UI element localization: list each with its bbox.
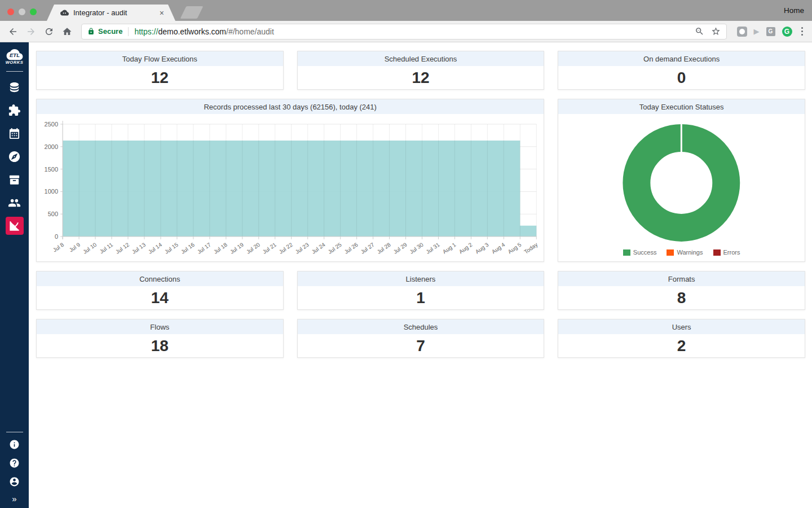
card-title: Scheduled Executions xyxy=(298,51,544,66)
extension-play-icon[interactable]: ▶ xyxy=(754,27,760,36)
svg-text:Jul 10: Jul 10 xyxy=(82,241,98,255)
sidebar-item-connections[interactable] xyxy=(6,78,24,96)
stat-card-listeners: Listeners 1 xyxy=(297,271,545,310)
zoom-window-button[interactable] xyxy=(30,8,37,15)
stat-value: 12 xyxy=(298,66,544,90)
etlworks-logo: ETL xyxy=(4,47,25,61)
svg-text:Jul 29: Jul 29 xyxy=(392,241,408,255)
tab-favicon-cloud-icon xyxy=(60,8,69,17)
address-bar[interactable]: Secure https://demo.etlworks.com/#/home/… xyxy=(81,24,727,40)
sidebar-bottom-divider xyxy=(6,432,23,432)
svg-text:ETL: ETL xyxy=(9,52,19,58)
svg-text:Jul 20: Jul 20 xyxy=(245,241,262,255)
donut-legend: Success Warnings Errors xyxy=(558,249,805,256)
browser-menu-icon[interactable] xyxy=(799,27,806,36)
execution-statuses-card: Today Execution Statuses Success Warning… xyxy=(558,99,805,262)
sidebar-item-account[interactable] xyxy=(7,474,23,489)
svg-text:Jul 26: Jul 26 xyxy=(343,241,360,255)
svg-text:0: 0 xyxy=(55,233,58,240)
browser-tab[interactable]: Integrator - audit × xyxy=(47,5,175,21)
svg-text:Jul 24: Jul 24 xyxy=(311,241,327,255)
legend-item-success: Success xyxy=(623,249,657,256)
sidebar-expand-icon[interactable]: » xyxy=(12,494,16,503)
svg-text:Jul 23: Jul 23 xyxy=(294,241,311,255)
tab-close-icon[interactable]: × xyxy=(160,9,164,17)
svg-text:Jul 9: Jul 9 xyxy=(68,241,82,253)
help-icon xyxy=(9,458,20,468)
stat-card-on-demand-executions: On demand Executions 0 xyxy=(558,51,805,90)
omnibox-separator xyxy=(128,27,129,36)
archive-box-icon xyxy=(8,173,21,186)
card-title: Users xyxy=(558,319,805,334)
tab-title: Integrator - audit xyxy=(73,8,155,17)
chart-title: Today Execution Statuses xyxy=(558,99,805,114)
forward-button[interactable] xyxy=(24,24,38,39)
stat-value: 8 xyxy=(558,286,805,310)
home-button[interactable] xyxy=(60,24,74,39)
stat-value: 18 xyxy=(37,334,283,358)
chart-title: Records processed last 30 days (62156), … xyxy=(37,99,544,114)
stat-value: 2 xyxy=(558,334,805,358)
browser-title-bar: Integrator - audit × Home xyxy=(0,0,812,21)
frame-home-label: Home xyxy=(784,6,804,15)
url-text: https://demo.etlworks.com/#/home/audit xyxy=(134,27,273,36)
sidebar-item-explorer[interactable] xyxy=(6,147,24,165)
zoom-out-icon[interactable] xyxy=(695,27,704,36)
sidebar-divider xyxy=(6,71,23,72)
sidebar-item-audit-active[interactable] xyxy=(6,217,24,235)
card-title: Formats xyxy=(558,271,805,286)
svg-text:Jul 18: Jul 18 xyxy=(213,241,229,255)
stat-card-schedules: Schedules 7 xyxy=(297,319,545,358)
sidebar-item-users[interactable] xyxy=(6,194,24,212)
lock-icon xyxy=(87,28,95,35)
svg-text:Aug 2: Aug 2 xyxy=(458,241,474,255)
card-title: Connections xyxy=(37,271,283,286)
svg-text:Today: Today xyxy=(523,242,539,255)
svg-text:Jul 28: Jul 28 xyxy=(376,241,392,255)
svg-text:Jul 27: Jul 27 xyxy=(360,241,376,255)
svg-text:Jul 30: Jul 30 xyxy=(408,241,425,255)
stat-value: 1 xyxy=(298,286,544,310)
calendar-icon xyxy=(8,127,21,140)
bookmark-star-icon[interactable] xyxy=(711,27,721,36)
svg-text:Jul 25: Jul 25 xyxy=(327,241,343,255)
secure-label: Secure xyxy=(98,27,122,36)
close-window-button[interactable] xyxy=(7,8,14,15)
account-icon xyxy=(9,476,20,487)
stat-card-formats: Formats 8 xyxy=(558,271,805,310)
card-title: Listeners xyxy=(298,271,544,286)
svg-text:Aug 1: Aug 1 xyxy=(442,241,457,255)
legend-item-warnings: Warnings xyxy=(667,249,703,256)
grammarly-icon[interactable]: G xyxy=(782,27,792,37)
stat-value: 14 xyxy=(37,286,283,310)
sidebar-item-formats[interactable] xyxy=(6,101,24,119)
sidebar-item-schedules[interactable] xyxy=(6,124,24,142)
extension-icon[interactable] xyxy=(737,27,747,37)
refresh-button[interactable] xyxy=(42,24,56,39)
svg-text:Jul 16: Jul 16 xyxy=(180,241,196,255)
card-title: Flows xyxy=(37,319,283,334)
traffic-lights xyxy=(7,8,37,15)
svg-text:Jul 17: Jul 17 xyxy=(196,241,213,255)
database-icon xyxy=(8,81,21,94)
svg-text:Jul 31: Jul 31 xyxy=(425,241,441,255)
extension-g-icon[interactable]: G xyxy=(766,27,775,36)
svg-text:Jul 14: Jul 14 xyxy=(147,241,164,255)
svg-text:Aug 5: Aug 5 xyxy=(507,241,523,255)
stat-card-users: Users 2 xyxy=(558,319,805,358)
back-button[interactable] xyxy=(6,24,20,39)
svg-text:Aug 4: Aug 4 xyxy=(491,241,506,255)
users-group-icon xyxy=(8,196,21,209)
sidebar-item-flows[interactable] xyxy=(6,170,24,189)
svg-text:2500: 2500 xyxy=(45,121,59,128)
sidebar-item-help[interactable] xyxy=(7,455,23,471)
warnings-swatch xyxy=(667,249,674,256)
sidebar-item-about[interactable] xyxy=(7,436,23,452)
svg-text:Jul 8: Jul 8 xyxy=(52,241,65,253)
svg-text:Jul 21: Jul 21 xyxy=(262,241,278,255)
chart-icon xyxy=(8,220,21,233)
svg-text:Aug 3: Aug 3 xyxy=(474,241,490,255)
records-area-chart: 05001000150020002500Jul 8Jul 9Jul 10Jul … xyxy=(37,114,544,262)
new-tab-button[interactable] xyxy=(180,6,204,19)
minimize-window-button[interactable] xyxy=(19,8,25,15)
